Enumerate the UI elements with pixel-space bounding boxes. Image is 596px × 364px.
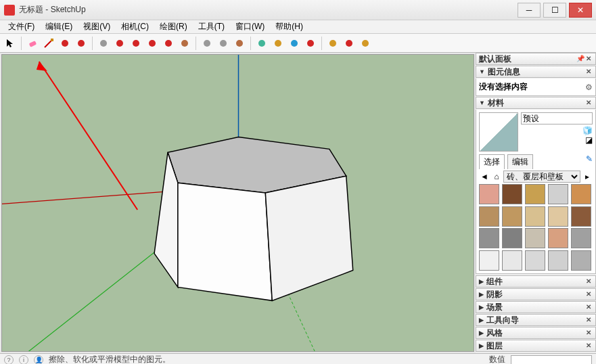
extwarehouse-tool[interactable]: [342, 36, 357, 51]
measure-value[interactable]: [511, 355, 592, 365]
home-icon[interactable]: ⌂: [491, 171, 502, 182]
viewport-3d[interactable]: [1, 54, 474, 352]
annotation-arrowhead: [37, 62, 47, 71]
material-name-input[interactable]: [521, 112, 593, 124]
paint-tool[interactable]: [232, 36, 247, 51]
text-tool[interactable]: [216, 36, 231, 51]
menu-camera[interactable]: 相机(C): [116, 20, 154, 34]
back-icon[interactable]: ◄: [479, 171, 490, 182]
close-tray-icon[interactable]: ✕: [584, 55, 593, 63]
help-icon[interactable]: ?: [4, 355, 14, 365]
eyedropper-icon[interactable]: ✎: [586, 154, 593, 169]
close-panel-icon[interactable]: ✕: [584, 303, 593, 311]
followme-tool[interactable]: [177, 36, 192, 51]
expand-icon: ▶: [479, 278, 484, 285]
move-tool[interactable]: [129, 36, 143, 51]
close-panel-icon[interactable]: ✕: [584, 68, 593, 76]
pin-icon[interactable]: 📌: [576, 55, 584, 63]
warehouse-tool[interactable]: [325, 36, 340, 51]
tray-title: 组件: [486, 276, 503, 288]
collapse-icon: ▼: [479, 68, 485, 75]
set-default-icon[interactable]: ◪: [585, 135, 593, 145]
tray-header[interactable]: ▶场景✕: [476, 301, 596, 313]
menu-edit[interactable]: 编辑(E): [40, 20, 78, 34]
material-swatch[interactable]: [479, 206, 499, 227]
arc-tool[interactable]: [58, 36, 72, 51]
close-panel-icon[interactable]: ✕: [584, 342, 593, 350]
menu-view[interactable]: 视图(V): [78, 20, 116, 34]
tray-title: 工具向导: [486, 315, 519, 326]
layout-tool[interactable]: [358, 36, 373, 51]
material-swatch[interactable]: [525, 228, 545, 248]
tab-select[interactable]: 选择: [479, 154, 505, 169]
close-panel-icon[interactable]: ✕: [584, 316, 593, 324]
rotate-tool[interactable]: [145, 36, 160, 51]
shape-tool[interactable]: [74, 36, 89, 51]
menu-draw[interactable]: 绘图(R): [154, 20, 193, 34]
orbit-tool[interactable]: [254, 36, 269, 51]
offset-tool[interactable]: [112, 36, 127, 51]
close-panel-icon[interactable]: ✕: [584, 329, 593, 337]
svg-point-12: [236, 40, 243, 47]
material-swatch[interactable]: [548, 228, 568, 248]
zoom-tool[interactable]: [287, 36, 302, 51]
material-swatch[interactable]: [502, 228, 522, 248]
tray-title: 场景: [486, 302, 503, 313]
close-button[interactable]: ✕: [569, 3, 592, 18]
material-swatch[interactable]: [525, 206, 545, 227]
close-panel-icon[interactable]: ✕: [584, 277, 593, 286]
eraser-tool[interactable]: [25, 36, 40, 51]
line-tool[interactable]: [41, 36, 56, 51]
material-swatch[interactable]: [479, 184, 499, 204]
material-swatch[interactable]: [571, 184, 591, 204]
user-icon[interactable]: 👤: [34, 355, 43, 365]
tray-header[interactable]: ▶组件✕: [476, 275, 596, 288]
create-material-icon[interactable]: 🧊: [582, 126, 593, 135]
menu-help[interactable]: 帮助(H): [270, 20, 308, 34]
info-icon[interactable]: i: [19, 355, 28, 365]
svg-point-8: [165, 40, 172, 47]
material-swatch[interactable]: [571, 228, 591, 248]
pushpull-tool[interactable]: [96, 36, 111, 51]
material-swatch[interactable]: [548, 184, 568, 204]
material-swatch[interactable]: [525, 184, 545, 204]
material-swatch[interactable]: [548, 250, 568, 271]
menu-icon[interactable]: ▸: [582, 171, 593, 182]
material-category-select[interactable]: 砖、覆层和壁板: [503, 170, 580, 183]
maximize-button[interactable]: ☐: [543, 3, 566, 18]
material-swatch[interactable]: [571, 206, 591, 227]
material-swatch[interactable]: [479, 228, 499, 248]
menu-tools[interactable]: 工具(T): [193, 20, 230, 34]
tray-header[interactable]: ▶图层✕: [476, 340, 596, 352]
tape-tool[interactable]: [200, 36, 214, 51]
tray-header[interactable]: ▶工具向导✕: [476, 314, 596, 326]
tray-header[interactable]: ▶风格✕: [476, 327, 596, 339]
minimize-button[interactable]: ─: [518, 3, 541, 18]
tray-header[interactable]: ▶阴影✕: [476, 288, 596, 300]
tab-edit[interactable]: 编辑: [507, 154, 533, 169]
close-panel-icon[interactable]: ✕: [584, 99, 593, 107]
material-swatch[interactable]: [502, 184, 522, 204]
app-icon: [4, 5, 15, 16]
entity-info-header[interactable]: ▼ 图元信息 ✕: [476, 66, 596, 78]
scale-tool[interactable]: [161, 36, 176, 51]
material-swatch[interactable]: [502, 206, 522, 227]
material-swatch-grid: [479, 184, 593, 271]
material-swatch[interactable]: [571, 250, 591, 271]
default-tray-header[interactable]: 默认面板 📌 ✕: [476, 53, 596, 65]
material-swatch[interactable]: [548, 206, 568, 227]
info-tool-icon[interactable]: ⚙: [585, 83, 593, 92]
prism-face-mid: [178, 183, 272, 300]
material-swatch[interactable]: [525, 250, 545, 271]
material-swatch[interactable]: [479, 250, 499, 271]
material-preview-thumb[interactable]: [479, 112, 518, 152]
select-tool[interactable]: [3, 36, 18, 51]
material-swatch[interactable]: [502, 250, 522, 271]
pan-tool[interactable]: [271, 36, 285, 51]
menu-window[interactable]: 窗口(W): [230, 20, 270, 34]
titlebar: 无标题 - SketchUp ─ ☐ ✕: [0, 0, 596, 20]
close-panel-icon[interactable]: ✕: [584, 290, 593, 298]
menu-file[interactable]: 文件(F): [3, 20, 40, 34]
materials-header[interactable]: ▼ 材料 ✕: [476, 97, 596, 109]
zoomext-tool[interactable]: [303, 36, 318, 51]
